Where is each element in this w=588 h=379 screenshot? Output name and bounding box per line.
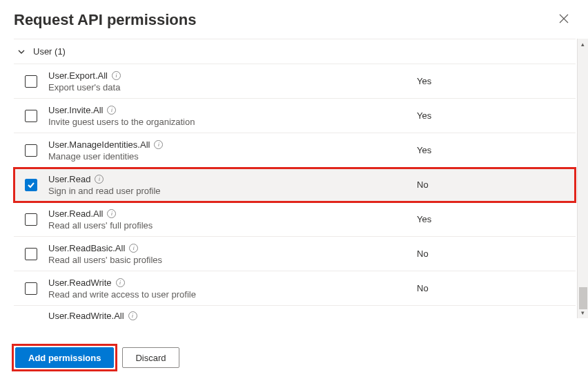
permission-row[interactable]: User.Read.AlliRead all users' full profi… <box>14 202 576 237</box>
permission-checkbox[interactable] <box>25 248 37 260</box>
permission-cell: User.Invite.AlliInvite guest users to th… <box>48 105 417 127</box>
admin-consent-value: Yes <box>417 76 576 86</box>
admin-consent-value: Yes <box>417 214 576 224</box>
permission-cell: User.ReadWrite.Alli <box>48 311 417 321</box>
permission-row[interactable]: User.ReadWriteiRead and write access to … <box>14 271 576 306</box>
admin-consent-value: Yes <box>417 110 576 121</box>
permission-description: Read all users' basic profiles <box>48 255 410 265</box>
info-icon[interactable]: i <box>95 175 104 184</box>
permission-checkbox[interactable] <box>25 144 37 157</box>
close-icon <box>559 14 569 23</box>
checkbox-cell <box>14 213 48 226</box>
admin-consent-value: No <box>417 249 576 259</box>
permission-cell: User.ReadWriteiRead and write access to … <box>48 278 417 300</box>
permission-row[interactable]: User.ReadiSign in and read user profileN… <box>14 168 576 202</box>
permission-cell: User.ReadBasic.AlliRead all users' basic… <box>48 243 417 265</box>
permission-cell: User.Read.AlliRead all users' full profi… <box>48 208 417 231</box>
checkbox-cell <box>14 144 48 157</box>
scroll-up-arrow-icon[interactable]: ▴ <box>578 39 588 50</box>
discard-button[interactable]: Discard <box>122 347 179 368</box>
permission-description: Sign in and read user profile <box>48 186 410 196</box>
checkbox-cell <box>14 248 48 260</box>
permission-description: Read all users' full profiles <box>48 220 410 231</box>
permission-checkbox[interactable] <box>25 75 37 88</box>
permission-name: User.ReadBasic.All <box>48 243 125 253</box>
add-permissions-button[interactable]: Add permissions <box>15 347 114 368</box>
permission-description: Export user's data <box>48 82 410 93</box>
group-header-user[interactable]: User (1) <box>14 39 576 64</box>
info-icon[interactable]: i <box>107 106 116 115</box>
permission-checkbox[interactable] <box>25 282 37 295</box>
permission-row[interactable]: User.Invite.AlliInvite guest users to th… <box>14 99 576 133</box>
checkbox-cell <box>14 75 48 88</box>
permission-name: User.Export.All <box>48 70 108 81</box>
checkbox-cell <box>14 282 48 295</box>
info-icon[interactable]: i <box>128 311 137 320</box>
permission-cell: User.Export.AlliExport user's data <box>48 70 417 93</box>
permission-description: Read and write access to user profile <box>48 289 410 300</box>
info-icon[interactable]: i <box>112 71 121 80</box>
info-icon[interactable]: i <box>107 209 116 218</box>
permission-row[interactable]: User.ReadBasic.AlliRead all users' basic… <box>14 237 576 271</box>
permission-name: User.Read.All <box>48 208 103 219</box>
info-icon[interactable]: i <box>129 244 138 253</box>
permission-row[interactable]: User.ReadWrite.Alli <box>14 306 576 321</box>
admin-consent-value: No <box>417 283 576 293</box>
permission-checkbox[interactable] <box>25 179 37 191</box>
chevron-down-icon <box>17 47 26 57</box>
permission-checkbox[interactable] <box>25 110 37 122</box>
permission-cell: User.ReadiSign in and read user profile <box>48 174 417 196</box>
permission-row[interactable]: User.Export.AlliExport user's dataYes <box>14 64 576 99</box>
checkbox-cell <box>14 179 48 191</box>
info-icon[interactable]: i <box>154 140 163 149</box>
info-icon[interactable]: i <box>116 278 125 287</box>
permission-name: User.Read <box>48 174 90 184</box>
permission-checkbox[interactable] <box>25 213 37 226</box>
admin-consent-value: Yes <box>417 145 576 155</box>
page-title: Request API permissions <box>14 11 196 29</box>
permission-cell: User.ManageIdentities.AlliManage user id… <box>48 139 417 162</box>
close-button[interactable] <box>556 11 571 28</box>
checkbox-cell <box>14 110 48 122</box>
scroll-down-arrow-icon[interactable]: ▾ <box>578 307 588 318</box>
permission-name: User.Invite.All <box>48 105 103 115</box>
permission-name: User.ReadWrite <box>48 278 112 288</box>
permission-name: User.ManageIdentities.All <box>48 139 150 150</box>
scrollbar-thumb[interactable] <box>579 287 587 309</box>
permission-name: User.ReadWrite.All <box>48 311 124 321</box>
permission-row[interactable]: User.ManageIdentities.AlliManage user id… <box>14 133 576 168</box>
permission-description: Manage user identities <box>48 151 410 162</box>
admin-consent-value: No <box>417 179 576 190</box>
group-label: User (1) <box>33 46 66 57</box>
permission-description: Invite guest users to the organization <box>48 117 410 127</box>
scrollbar[interactable]: ▴ ▾ <box>577 39 588 318</box>
